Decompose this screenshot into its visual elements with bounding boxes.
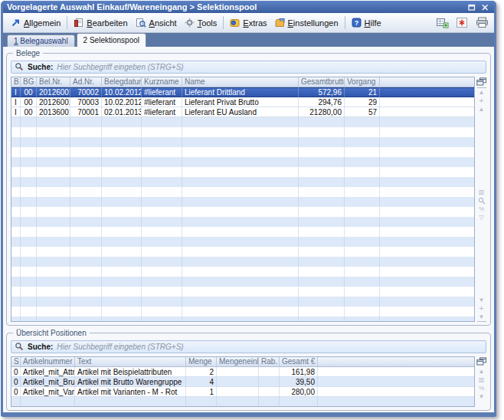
printer-icon[interactable] [473,15,490,30]
cell [182,227,299,237]
cell [299,137,345,147]
cell: #lieferant [142,87,182,97]
cell [37,147,70,157]
cell [299,157,345,167]
column-header-bel-nr[interactable]: Bel.Nr. [37,77,70,87]
cell [70,317,102,322]
cell [345,197,380,207]
cell [142,197,182,207]
tab-1-belegauswahl[interactable]: 1 Belegauswahl [7,34,75,47]
table-row[interactable]: I00201360017000102.01.2013 /Mi#lieferant… [11,107,474,117]
cell [142,147,182,157]
cell-filler [380,237,474,247]
column-header-vorgang[interactable]: Vorgang [345,77,380,87]
cell [37,307,70,317]
cell [142,217,182,227]
menu-item-einstellungen[interactable]: Einstellungen [271,16,342,29]
positionen-search-field[interactable]: Suche: Hier Suchbegriff eingeben (STRG+S… [11,340,486,353]
filter-icon[interactable]: ▽ [477,213,486,221]
cell [11,267,21,277]
cell [21,317,37,322]
goto-last-icon[interactable]: ▼ [477,313,486,322]
column-header-menge[interactable]: Menge [186,357,217,367]
menu-item-allgemein[interactable]: Allgemein [7,16,64,29]
empty-row [11,127,474,137]
positionen-table: SArtikelnummerTextMengeMengeneinheitRab.… [11,356,475,407]
cell [217,367,259,377]
menu-item-extras[interactable]: Extras [226,16,270,29]
cell-filler [380,107,474,117]
window-controls [466,2,490,12]
column-header-gesamtbrutto[interactable]: Gesamtbrutto [299,77,345,87]
table-row[interactable]: I00201260017000210.02.2012 /Fr#lieferant… [11,87,474,97]
cell [11,167,21,177]
next-row-icon[interactable]: ▼ [477,296,486,304]
table-row[interactable]: I00201260027000310.02.2012 /Fr#lieferant… [11,97,474,107]
cell-filler [380,277,474,287]
cell [21,157,37,167]
tab-2-selektionspool[interactable]: 2 Selektionspool [77,33,146,47]
search-rows-icon[interactable] [477,196,486,205]
cell [70,197,102,207]
menu-item-label: Ansicht [149,18,177,28]
cell [11,157,21,167]
menu-item-tools[interactable]: Tools [181,16,221,29]
cell [37,217,70,227]
cell [345,147,380,157]
next-row-icon[interactable]: ▼ [477,392,486,401]
cell: Artikel mit Varianten - M - Rot [75,387,186,397]
percent-icon[interactable]: % [477,205,486,213]
cell [102,137,142,147]
column-header-name[interactable]: Name [182,77,299,87]
cell [11,317,21,322]
menu-item-ansicht[interactable]: Ansicht [132,16,181,29]
cell-filler [380,287,474,297]
red-star-icon[interactable] [453,15,470,30]
column-header-bg[interactable]: BG [21,77,37,87]
columns-icon[interactable]: ▥ [477,188,486,196]
cell [345,287,380,297]
column-header-mengeneinheit[interactable]: Mengeneinheit [217,357,259,367]
percent-icon[interactable]: % [477,384,486,392]
cell [75,397,186,407]
column-header-kurzname[interactable]: Kurzname [142,77,182,87]
prev-row-icon[interactable]: ▲ [477,367,486,376]
column-chooser-icon[interactable] [476,77,487,86]
table-row[interactable]: 0Artikel_mit_Brutto_W(Artikel mit Brutto… [11,377,474,387]
column-header-gesamt[interactable]: Gesamt € [280,357,318,367]
column-header-s[interactable]: S [11,357,21,367]
cell [70,277,102,287]
add-row-icon[interactable]: + [477,97,486,105]
menu-item-hilfe[interactable]: ?Hilfe [348,16,385,29]
menu-item-bearbeiten[interactable]: Bearbeiten [70,16,131,29]
cell [182,287,299,297]
cell [345,227,380,237]
columns-icon[interactable]: ▥ [477,376,486,384]
add-row-icon-2[interactable]: + [477,304,486,313]
goto-first-icon[interactable]: ▲ [477,87,486,97]
empty-row [11,177,474,187]
close-button[interactable] [479,2,490,12]
search-label: Suche: [28,63,53,71]
table-row[interactable]: 0Artikel_mit_AttributenArtikel mit Beisp… [11,367,474,377]
table-row[interactable]: 0Artikel_mit_Varianten.Artikel mit Varia… [11,387,474,397]
column-header-b[interactable]: B [11,77,21,87]
prev-row-icon[interactable]: ▲ [477,105,486,113]
cell [299,167,345,177]
cell: 20136001 [37,107,70,117]
cell [182,247,299,257]
export-grid-icon[interactable] [434,15,450,30]
column-header-ad-nr[interactable]: Ad.Nr. [70,77,102,87]
column-header-text[interactable]: Text [75,357,186,367]
cell [70,127,102,137]
column-header-belegdatum[interactable]: Belegdatum [102,77,142,87]
cell-filler [380,97,474,107]
column-header-artikelnummer[interactable]: Artikelnummer [21,357,75,367]
column-header-rab[interactable]: Rab. % [259,357,280,367]
belege-search-field[interactable]: Suche: Hier Suchbegriff eingeben (STRG+S… [11,61,486,74]
restore-button[interactable] [466,2,477,12]
column-chooser-icon[interactable] [476,356,487,366]
cell [142,307,182,317]
title-bar[interactable]: Vorgelagerte Auswahl Einkauf/Wareneingan… [3,1,494,13]
settings-icon [275,18,285,28]
